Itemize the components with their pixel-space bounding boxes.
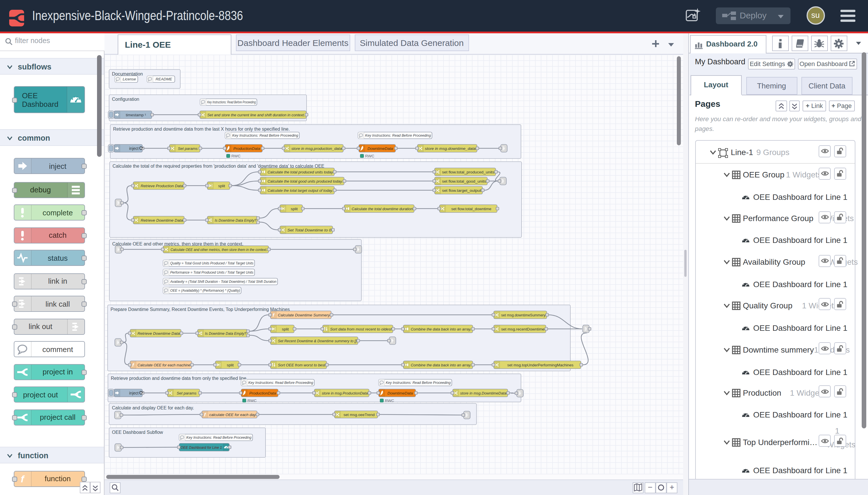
svg-text:Key Instructions: Read Before: Key Instructions: Read Before Proceeding: [186, 435, 251, 440]
svg-text:Retrieve production and downti: Retrieve production and downtime data fr…: [111, 376, 248, 381]
svg-text:ProductionData: ProductionData: [233, 147, 260, 151]
svg-text:RWC: RWC: [231, 154, 241, 158]
svg-text:Retrieve production and downti: Retrieve production and downtime data fr…: [113, 126, 290, 132]
svg-text:Set params: Set params: [178, 147, 197, 151]
svg-text:Key Instructions: Read Before: Key Instructions: Read Before Proceeding: [232, 133, 298, 138]
svg-text:split: split: [282, 327, 289, 331]
svg-text:Prepare Downtime Summary, Rece: Prepare Downtime Summary, Recent Downtim…: [110, 307, 290, 312]
svg-text:ProductionData: ProductionData: [249, 391, 276, 395]
svg-text:set flow.total_downtime: set flow.total_downtime: [451, 207, 491, 211]
svg-text:Calculate and display OEE for: Calculate and display OEE for each day.: [112, 406, 194, 410]
svg-text:inject: inject: [129, 391, 139, 395]
svg-text:set msg.oeeTrend: set msg.oeeTrend: [344, 413, 375, 417]
svg-text:Key Instructions: Read Before: Key Instructions: Read Before Proceeding: [248, 380, 313, 385]
svg-text:RWC: RWC: [385, 398, 394, 403]
svg-text:OEE Dashboard Subflow: OEE Dashboard Subflow: [112, 430, 163, 435]
svg-text:OEE Dashboard for Line 1: OEE Dashboard for Line 1: [180, 445, 222, 450]
svg-text:Set Total Downtime to 0: Set Total Downtime to 0: [287, 228, 331, 232]
svg-text:Calculate the total produced u: Calculate the total produced units today: [267, 170, 333, 174]
svg-text:Is Downtime Data Empty?: Is Downtime Data Empty?: [215, 218, 256, 223]
svg-text:Combine the data back into an: Combine the data back into an array.: [411, 327, 471, 331]
svg-text:Sort OEE from worst to best: Sort OEE from worst to best: [278, 363, 326, 367]
svg-text:inject: inject: [129, 146, 139, 151]
svg-text:DowntimeData: DowntimeData: [387, 391, 413, 395]
svg-text:Calculate Downtime Summery: Calculate Downtime Summery: [278, 313, 330, 317]
svg-text:Key Instructions: Read Before: Key Instructions: Read Before Proceeding: [207, 100, 256, 104]
svg-text:store in msg.ProductionData: store in msg.ProductionData: [322, 391, 368, 395]
svg-text:Retrieve Downtime Data: Retrieve Downtime Data: [141, 218, 183, 223]
svg-text:set flow.total_good_units: set flow.total_good_units: [442, 179, 486, 184]
svg-text:Set Recent Downtime & Downtime: Set Recent Downtime & Downtime summery t…: [278, 339, 357, 343]
svg-text:split: split: [218, 184, 225, 188]
svg-text:Calculate OEE for each machine: Calculate OEE for each machine: [138, 363, 190, 367]
svg-text:Calculate OEE and other metric: Calculate OEE and other metrics, then st…: [171, 248, 267, 252]
svg-text:Performance = Total Produced U: Performance = Total Produced Units / Tot…: [170, 270, 254, 274]
svg-text:RWC: RWC: [247, 398, 257, 403]
svg-text:Key Instructions: Read Before: Key Instructions: Read Before Proceeding: [365, 133, 431, 138]
svg-text:Combine the data back into an: Combine the data back into an array.: [411, 363, 471, 367]
svg-text:Retrieve Downtime Data: Retrieve Downtime Data: [138, 331, 180, 336]
svg-text:Key Instructions: Read Before: Key Instructions: Read Before Proceeding: [386, 380, 451, 385]
svg-text:set msg.topUnderPerformingMach: set msg.topUnderPerformingMachines: [507, 363, 573, 367]
svg-text:timestamp ¹: timestamp ¹: [126, 113, 146, 117]
svg-text:Sort data from most recent to: Sort data from most recent to oldest: [330, 327, 392, 331]
svg-text:store in msg.downtime_data: store in msg.downtime_data: [425, 147, 476, 151]
svg-text:Is Downtime Data Empty?: Is Downtime Data Empty?: [205, 331, 246, 336]
svg-text:store in msg.DowntimeData: store in msg.DowntimeData: [460, 391, 506, 395]
svg-text:calculate OEE for each day: calculate OEE for each day: [209, 413, 256, 417]
svg-text:split: split: [291, 207, 298, 211]
svg-text:Calculate the total target out: Calculate the total target output of tod…: [267, 188, 333, 193]
svg-text:DowntimeData: DowntimeData: [367, 147, 393, 151]
svg-text:store in msg.production_data: store in msg.production_data: [291, 147, 342, 151]
svg-text:Configuration: Configuration: [112, 97, 139, 102]
svg-text:Retrieve Production Data: Retrieve Production Data: [141, 184, 183, 188]
svg-text:RWC: RWC: [365, 154, 374, 158]
svg-text:Set params: Set params: [176, 391, 196, 395]
svg-text:set msg.recentDowntime: set msg.recentDowntime: [501, 327, 544, 331]
svg-text:set msg.downtimeSummery: set msg.downtimeSummery: [501, 313, 545, 317]
svg-text:Calculate the total good units: Calculate the total good units produced …: [267, 179, 343, 184]
svg-text:Calculate the total downtime d: Calculate the total downtime duration: [352, 207, 413, 211]
svg-text:OEE = (Availability) * (Perfor: OEE = (Availability) * (Performance) * (…: [170, 288, 240, 293]
svg-text:License: License: [123, 77, 136, 81]
svg-text:Quality = Total Good Units Pro: Quality = Total Good Units Produced / To…: [170, 261, 254, 265]
svg-text:Set and store the current line: Set and store the current line and shift…: [207, 113, 305, 117]
svg-text:set flow.target_output: set flow.target_output: [442, 188, 481, 193]
svg-text:split: split: [227, 363, 233, 367]
svg-text:README: README: [156, 77, 173, 81]
svg-text:Availavity = (Total Shift Dura: Availavity = (Total Shift Duration - Tot…: [170, 279, 276, 284]
svg-text:set flow.total_produced_units: set flow.total_produced_units: [442, 170, 494, 174]
